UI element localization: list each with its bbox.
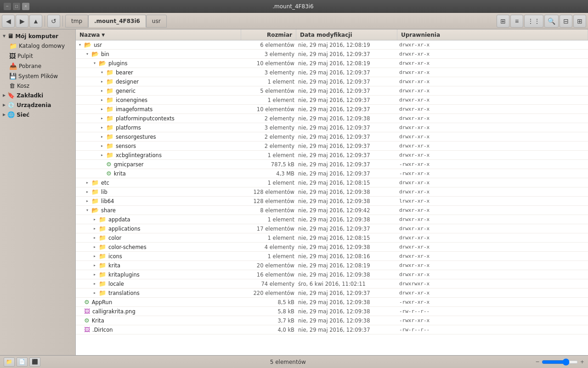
back-button[interactable]: ◀ (2, 15, 15, 28)
tab-mount[interactable]: .mount_4F83i6 (88, 15, 146, 28)
table-row[interactable]: ▾ 📂 plugins 10 elementów nie, 29 maj 201… (76, 59, 588, 68)
table-row[interactable]: ▸ 📁 generic 5 elementów nie, 29 maj 2016… (76, 86, 588, 96)
cell-date: nie, 29 maj 2016, 12:09:42 (296, 207, 397, 214)
table-row[interactable]: ⚙ krita 4,3 MB nie, 29 maj 2016, 12:09:3… (76, 169, 588, 178)
table-row[interactable]: ▸ 📁 translations 220 elementów nie, 29 m… (76, 289, 588, 298)
cell-size: 4,3 MB (241, 170, 296, 177)
col-header-size[interactable]: Rozmiar (241, 29, 296, 40)
folder-closed-icon: 📁 (99, 289, 106, 296)
table-row[interactable]: ▾ 📂 share 8 elementów nie, 29 maj 2016, … (76, 206, 588, 215)
minimize-button[interactable]: − (4, 3, 11, 10)
toolbar: ◀ ▶ ▲ ↺ tmp .mount_4F83i6 usr ⊞ ≡ ⋮⋮ 🔍 ⊟… (0, 13, 588, 29)
table-row[interactable]: ▸ 📁 lib64 128 elementów nie, 29 maj 2016… (76, 197, 588, 206)
table-row[interactable]: ▸ 📁 sensors 2 elementy nie, 29 maj 2016,… (76, 142, 588, 151)
table-row[interactable]: ⚙ gmicparser 787,5 kB nie, 29 maj 2016, … (76, 160, 588, 169)
file-name: color-schemes (108, 244, 147, 250)
expand-arrow-closed: ▸ (100, 89, 104, 93)
new-file-button[interactable]: 📄 (17, 357, 28, 367)
up-button[interactable]: ▲ (29, 15, 42, 28)
bookmark-icon: 🔖 (7, 92, 15, 99)
cell-size: 5 elementów (241, 88, 296, 94)
cell-date: nie, 29 maj 2016, 12:09:38 (296, 244, 397, 250)
tab-tmp[interactable]: tmp (65, 15, 88, 28)
table-row[interactable]: ▸ 📁 iconengines 1 element nie, 29 maj 20… (76, 96, 588, 105)
file-name: platforms (116, 125, 141, 131)
col-header-date[interactable]: Data modyfikacji (296, 29, 397, 40)
sidebar-bookmarks[interactable]: ▶ 🔖 Zakładki (0, 91, 75, 100)
table-row[interactable]: ▸ 📁 krita 20 elementów nie, 29 maj 2016,… (76, 261, 588, 270)
expand-arrow-closed: ▸ (85, 199, 90, 203)
expand-arrow-closed: ▸ (92, 291, 97, 295)
table-row[interactable]: ▸ 📁 lib 128 elementów nie, 29 maj 2016, … (76, 187, 588, 197)
toolbar-right: ⊞ ≡ ⋮⋮ 🔍 ⊟ ⊞ (497, 15, 586, 28)
expand-arrow-closed: ▸ (100, 125, 104, 130)
file-name: lib (101, 189, 107, 195)
table-row[interactable]: ▸ 📁 imageformats 10 elementów nie, 29 ma… (76, 105, 588, 114)
view-details-button[interactable]: ⋮⋮ (524, 15, 543, 28)
expand-arrow-closed: ▸ (100, 116, 104, 120)
table-row[interactable]: 🖼 .DirIcon 4,0 kB nie, 29 maj 2016, 12:0… (76, 325, 588, 334)
table-row[interactable]: ▸ 📁 color-schemes 4 elementy nie, 29 maj… (76, 243, 588, 252)
table-row[interactable]: ▸ 📁 appdata 1 element nie, 29 maj 2016, … (76, 215, 588, 224)
table-row[interactable]: ▸ 📁 kritaplugins 16 elementów nie, 29 ma… (76, 270, 588, 279)
cell-name: ▾ 📁 bearer (76, 69, 241, 76)
col-header-name[interactable]: Nazwa ▼ (76, 29, 241, 40)
cell-date: nie, 29 maj 2016, 12:09:37 (296, 226, 397, 232)
expand-arrow-closed: ▸ (92, 226, 97, 231)
cell-perms: drwxr-xr-x (397, 42, 588, 48)
file-name: share (101, 207, 116, 214)
cell-perms: drwxr-xr-x (397, 226, 588, 232)
table-row[interactable]: ⚙ AppRun 8,5 kB nie, 29 maj 2016, 12:09:… (76, 298, 588, 307)
table-row[interactable]: ▸ 📁 color 1 element nie, 29 maj 2016, 12… (76, 233, 588, 243)
view-compact-button[interactable]: ≡ (510, 15, 523, 28)
cell-date: nie, 29 maj 2016, 12:09:37 (296, 106, 397, 113)
sidebar-item-home[interactable]: 📁 Katalog domowy (0, 41, 75, 51)
table-row[interactable]: ▸ 📁 sensorgestures 2 elementy nie, 29 ma… (76, 132, 588, 142)
table-row[interactable]: ▾ 📁 bearer 3 elementy nie, 29 maj 2016, … (76, 68, 588, 77)
cell-name: ▸ 📁 xcbglintegrations (76, 152, 241, 159)
zoom-slider[interactable] (542, 358, 578, 366)
table-row[interactable]: ▸ 📁 platforms 3 elementy nie, 29 maj 201… (76, 123, 588, 132)
sidebar-item-trash[interactable]: 🗑 Kosz (0, 81, 75, 91)
table-row[interactable]: ▸ 📁 etc 1 element nie, 29 maj 2016, 12:0… (76, 178, 588, 187)
expand-arrow-closed: ▸ (92, 254, 97, 258)
cell-perms: drwxr-xr-x (397, 207, 588, 213)
table-row[interactable]: ▾ 📂 bin 3 elementy nie, 29 maj 2016, 12:… (76, 50, 588, 59)
folder-closed-icon: 📁 (99, 225, 106, 232)
cell-name: ▸ 📁 platforminputcontexts (76, 115, 241, 122)
new-folder-button[interactable]: 📁 (4, 357, 15, 367)
reload-button[interactable]: ↺ (47, 15, 60, 28)
close-button[interactable]: × (22, 3, 29, 10)
table-row[interactable]: ⚙ Krita 3,7 kB nie, 29 maj 2016, 12:09:3… (76, 316, 588, 325)
sidebar-network[interactable]: ▶ 🌐 Sieć (0, 110, 75, 119)
sort-button[interactable]: ⊟ (560, 15, 572, 28)
sidebar-item-downloads[interactable]: 📥 Pobrane (0, 61, 75, 71)
tab-usr[interactable]: usr (146, 15, 167, 28)
terminal-button[interactable]: ⬛ (29, 357, 40, 367)
expand-arrow-closed: ▸ (92, 245, 97, 249)
cell-perms: -rw-r--r-- (397, 327, 588, 333)
table-row[interactable]: ▸ 📁 locale 74 elementy śro, 6 kwi 2016, … (76, 279, 588, 289)
sidebar-item-desktop[interactable]: 🖼 Pulpit (0, 51, 75, 61)
table-row[interactable]: ▸ 📁 platforminputcontexts 2 elementy nie… (76, 114, 588, 123)
file-header: Nazwa ▼ Rozmiar Data modyfikacji Uprawni… (76, 29, 588, 40)
sidebar-devices[interactable]: ▶ 💿 Urządzenia (0, 100, 75, 110)
col-header-perms[interactable]: Uprawnienia (397, 29, 588, 40)
cell-date: nie, 29 maj 2016, 12:09:38 (296, 299, 397, 306)
table-row[interactable]: ▸ 📁 icons 1 element nie, 29 maj 2016, 12… (76, 252, 588, 261)
cell-perms: drwxr-xr-x (397, 189, 588, 195)
table-row[interactable]: ▸ 📁 applications 17 elementów nie, 29 ma… (76, 224, 588, 233)
maximize-button[interactable]: □ (13, 3, 20, 10)
view-icons-button[interactable]: ⊞ (497, 15, 509, 28)
search-button[interactable]: 🔍 (544, 15, 559, 28)
forward-button[interactable]: ▶ (16, 15, 28, 28)
table-row[interactable]: 🖼 calligrakrita.png 5,8 kB nie, 29 maj 2… (76, 307, 588, 316)
table-row[interactable]: ▸ 📁 xcbglintegrations 1 element nie, 29 … (76, 151, 588, 160)
sidebar-my-computer[interactable]: ▼ 🖥 Mój komputer (0, 31, 75, 41)
sidebar-item-filesystem[interactable]: 💾 System Plików (0, 71, 75, 81)
table-row[interactable]: ▸ 📁 designer 1 element nie, 29 maj 2016,… (76, 77, 588, 86)
table-row[interactable]: ▾ 📂 usr 6 elementów nie, 29 maj 2016, 12… (76, 40, 588, 50)
cell-size: 787,5 kB (241, 161, 296, 168)
filter-button[interactable]: ⊞ (573, 15, 586, 28)
file-pane: Nazwa ▼ Rozmiar Data modyfikacji Uprawni… (76, 29, 588, 355)
